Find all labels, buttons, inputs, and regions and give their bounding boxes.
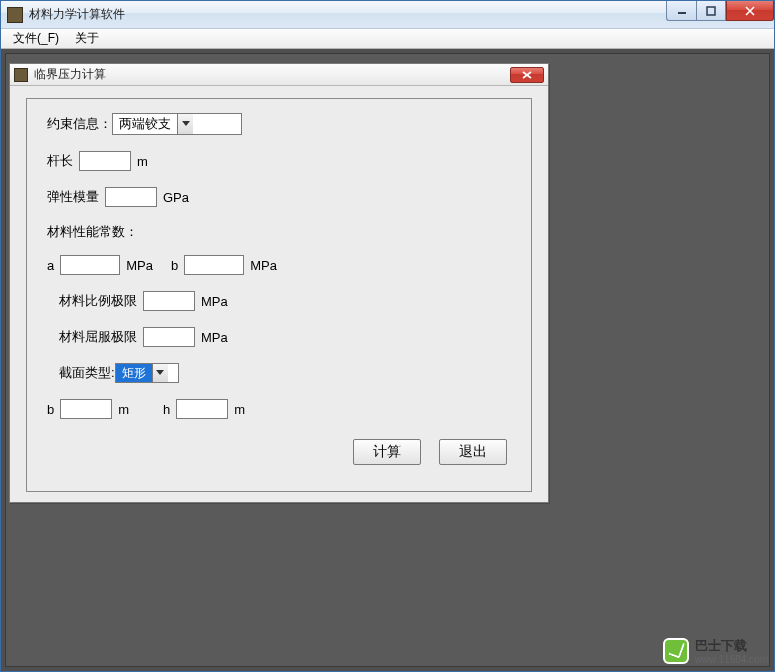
dialog-icon — [14, 68, 28, 82]
yield-limit-row: 材料屈服极限 MPa — [47, 327, 513, 347]
a-input[interactable] — [60, 255, 120, 275]
material-const-header: 材料性能常数： — [47, 223, 513, 241]
main-window-title: 材料力学计算软件 — [29, 6, 125, 23]
constraint-row: 约束信息： 两端铰支 — [47, 113, 513, 135]
exit-button[interactable]: 退出 — [439, 439, 507, 465]
elastic-modulus-label: 弹性模量 — [47, 188, 99, 206]
close-icon — [522, 71, 532, 79]
bar-length-label: 杆长 — [47, 152, 73, 170]
chevron-down-icon — [177, 114, 193, 134]
main-menubar: 文件(_F) 关于 — [1, 29, 774, 49]
yield-limit-input[interactable] — [143, 327, 195, 347]
prop-limit-label: 材料比例极限 — [59, 292, 137, 310]
dim-h-label: h — [163, 402, 170, 417]
prop-limit-row: 材料比例极限 MPa — [47, 291, 513, 311]
menu-file[interactable]: 文件(_F) — [5, 28, 67, 49]
close-button[interactable] — [726, 1, 774, 21]
dialog-title: 临界压力计算 — [34, 66, 106, 83]
window-controls — [666, 1, 774, 21]
constraint-combo[interactable]: 两端铰支 — [112, 113, 242, 135]
bar-length-unit: m — [137, 154, 148, 169]
elastic-modulus-row: 弹性模量 GPa — [47, 187, 513, 207]
bar-length-input[interactable] — [79, 151, 131, 171]
elastic-modulus-unit: GPa — [163, 190, 189, 205]
dim-h-unit: m — [234, 402, 245, 417]
dialog-close-button[interactable] — [510, 67, 544, 83]
calculate-button[interactable]: 计算 — [353, 439, 421, 465]
a-label: a — [47, 258, 54, 273]
chevron-down-icon — [152, 364, 168, 382]
b-unit: MPa — [250, 258, 277, 273]
elastic-modulus-input[interactable] — [105, 187, 157, 207]
svg-marker-6 — [182, 121, 190, 126]
section-type-combo-text: 矩形 — [116, 364, 152, 382]
minimize-icon — [677, 6, 687, 16]
menu-about[interactable]: 关于 — [67, 28, 107, 49]
section-type-combo[interactable]: 矩形 — [115, 363, 179, 383]
b-label: b — [171, 258, 178, 273]
yield-limit-label: 材料屈服极限 — [59, 328, 137, 346]
section-type-row: 截面类型: 矩形 — [47, 363, 513, 383]
dim-b-label: b — [47, 402, 54, 417]
yield-limit-unit: MPa — [201, 330, 228, 345]
close-icon — [745, 6, 755, 16]
dialog-buttons: 计算 退出 — [353, 439, 507, 465]
dialog-titlebar[interactable]: 临界压力计算 — [10, 64, 548, 86]
main-window: 材料力学计算软件 文件(_F) 关于 临界压力计算 — [0, 0, 775, 672]
dim-b-unit: m — [118, 402, 129, 417]
prop-limit-unit: MPa — [201, 294, 228, 309]
bar-length-row: 杆长 m — [47, 151, 513, 171]
main-titlebar[interactable]: 材料力学计算软件 — [1, 1, 774, 29]
constraint-combo-text: 两端铰支 — [113, 114, 177, 134]
constraint-label: 约束信息： — [47, 115, 112, 133]
svg-rect-0 — [678, 12, 686, 14]
a-unit: MPa — [126, 258, 153, 273]
a-b-row: a MPa b MPa — [47, 255, 513, 275]
dim-b-input[interactable] — [60, 399, 112, 419]
minimize-button[interactable] — [666, 1, 696, 21]
svg-marker-7 — [156, 370, 164, 375]
critical-pressure-dialog: 临界压力计算 约束信息： 两端铰支 杆长 — [9, 63, 549, 503]
maximize-icon — [706, 6, 716, 16]
section-type-label: 截面类型: — [59, 364, 115, 382]
app-icon — [7, 7, 23, 23]
dialog-body: 约束信息： 两端铰支 杆长 m 弹性模量 — [26, 98, 532, 492]
svg-rect-1 — [707, 7, 715, 15]
maximize-button[interactable] — [696, 1, 726, 21]
b-input[interactable] — [184, 255, 244, 275]
prop-limit-input[interactable] — [143, 291, 195, 311]
dims-row: b m h m — [47, 399, 513, 419]
dim-h-input[interactable] — [176, 399, 228, 419]
